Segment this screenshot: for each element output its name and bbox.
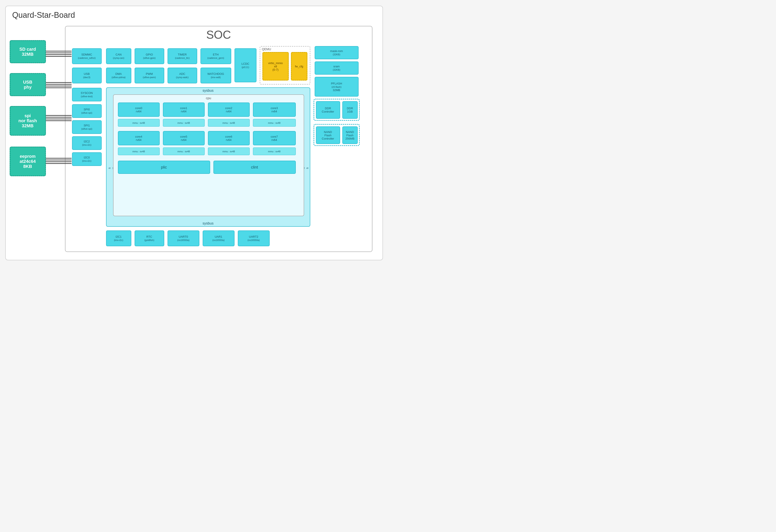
core2-block: core2rv64 bbox=[208, 102, 250, 117]
core3-block: core3rv64 bbox=[253, 102, 296, 117]
timer-block: TIMER(cadence_ttc) bbox=[168, 48, 197, 64]
lcdc-block: LCDC(pl111) bbox=[234, 48, 256, 82]
qemu-box: QEMU virtio_mmiox8(0-7) fw_cfg bbox=[260, 46, 310, 84]
mmu3-block: mmu : sv48 bbox=[253, 119, 296, 126]
core5-block: core5rv64 bbox=[163, 131, 205, 145]
main-board: Quard-Star-Board SOC SDMMC(cadence_sdhci… bbox=[5, 6, 383, 260]
usb-phy-block: USBphy bbox=[10, 73, 46, 96]
virtio-block: virtio_mmiox8(0-7) bbox=[262, 52, 289, 80]
uart2-block: UART2(ns16550a) bbox=[238, 230, 270, 246]
nand-outer: NANDFlashController NANDFlash256MB bbox=[314, 124, 360, 146]
sysbus-bottom-label: sysbus bbox=[203, 222, 214, 225]
mmu4-block: mmu : sv48 bbox=[118, 148, 160, 155]
mmu7-block: mmu : sv48 bbox=[253, 148, 296, 155]
pflash-block: PFLASH(cfi-flash)32MB bbox=[315, 77, 359, 96]
ddr-outer: DDRController DDR1GB bbox=[314, 99, 360, 121]
eeprom-block: eepromat24c648KB bbox=[10, 147, 46, 176]
cpu-container: cpu core0rv64 core1rv64 core2rv64 core3r… bbox=[113, 94, 304, 216]
qemu-label: QEMU bbox=[262, 47, 271, 51]
can-block: CAN(zynq-can) bbox=[106, 48, 131, 64]
core7-block: core7rv64 bbox=[253, 131, 296, 145]
uar1-block: UAR1(ns16550a) bbox=[203, 230, 234, 246]
spi1-block: SPI1(sifive-spi) bbox=[72, 120, 102, 134]
watchdog-block: WATCHDOG(imx-wdt) bbox=[200, 68, 231, 83]
core6-block: core6rv64 bbox=[208, 131, 250, 145]
ddr-ctrl-block: DDRController bbox=[316, 101, 340, 119]
sd-card-block: SD card32MB bbox=[10, 40, 46, 63]
plic-block: plic bbox=[118, 161, 210, 174]
nand-256-block: NANDFlash256MB bbox=[342, 126, 358, 144]
sram-block: sram(32KB) bbox=[315, 61, 359, 75]
sysbus-outer: sysbus sysbus sysbus sysbus cpu core0rv6… bbox=[106, 87, 310, 227]
adc-block: ADC(zynq-xadc) bbox=[168, 68, 197, 83]
spi-nor-block: spinor flash32MB bbox=[10, 106, 46, 136]
gpio-block: GPIO(sifive-gpio) bbox=[135, 48, 164, 64]
mmu6-block: mmu : sv48 bbox=[208, 148, 250, 155]
mmu2-block: mmu : sv48 bbox=[208, 119, 250, 126]
sdmmc-block: SDMMC(cadence_sdhci) bbox=[72, 48, 102, 64]
cpu-label: cpu bbox=[114, 96, 304, 100]
ddr-1gb-block: DDR1GB bbox=[342, 101, 358, 119]
mmu0-block: mmu : sv48 bbox=[118, 119, 160, 126]
syscon-block: SYSCON(sifive-test) bbox=[72, 88, 102, 101]
uart0-block: UART0(ns16550a) bbox=[168, 230, 199, 246]
usb-block: USB(dwc3) bbox=[72, 68, 102, 83]
i2c0-block: I2C0(imx-i2c) bbox=[72, 152, 102, 166]
dma-block: DMA(sifive-pdma) bbox=[106, 68, 131, 83]
nand-ctrl-block: NANDFlashController bbox=[316, 126, 340, 144]
clint-block: clint bbox=[213, 161, 296, 174]
board-title: Quard-Star-Board bbox=[12, 11, 376, 20]
pwm-block: PWM(sifive-pwm) bbox=[135, 68, 164, 83]
i2c2-block: I2C2(imx-i2c) bbox=[72, 136, 102, 150]
sysbus-top-label: sysbus bbox=[203, 89, 214, 93]
spi0-block: SPI0(sifive-spi) bbox=[72, 104, 102, 118]
core4-block: core4rv64 bbox=[118, 131, 160, 145]
mmu1-block: mmu : sv48 bbox=[163, 119, 205, 126]
i2c1-block: I2C1(imx-i2c) bbox=[106, 230, 131, 246]
fw-cfg-block: fw_cfg bbox=[291, 52, 308, 80]
eth-block: ETH(cadence_gem) bbox=[200, 48, 231, 64]
core0-block: core0rv64 bbox=[118, 102, 160, 117]
core1-block: core1rv64 bbox=[163, 102, 205, 117]
soc-title: SOC bbox=[65, 28, 372, 41]
mmu5-block: mmu : sv48 bbox=[163, 148, 205, 155]
rtc-block: RTC(goldfish) bbox=[135, 230, 164, 246]
soc-container: SOC SDMMC(cadence_sdhci) CAN(zynq-can) G… bbox=[65, 26, 372, 252]
mask-rom-block: mask-rom(32KB) bbox=[315, 46, 359, 59]
